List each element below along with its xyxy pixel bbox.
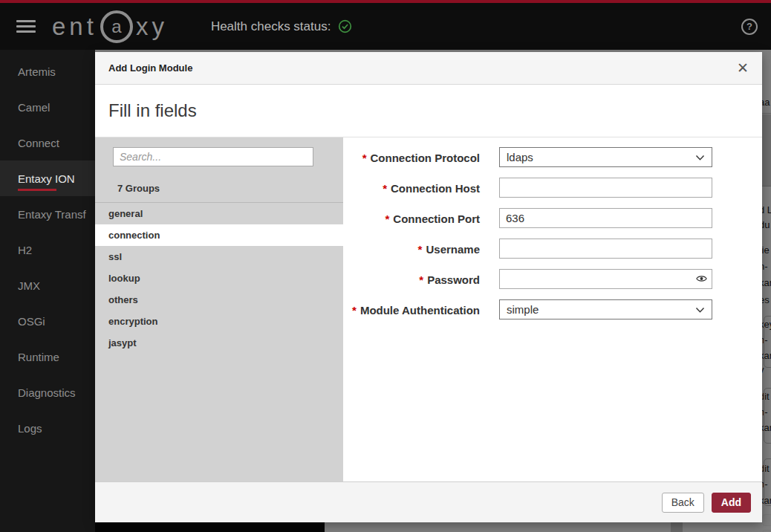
sidebar-item-label: H2 [18, 244, 32, 256]
dialog-footer: Back Add [95, 481, 762, 522]
select-value: ldaps [507, 151, 533, 163]
help-icon[interactable]: ? [741, 19, 758, 35]
chevron-down-icon [695, 303, 705, 316]
hamburger-menu-icon[interactable] [16, 17, 36, 36]
required-asterisk: * [418, 243, 423, 256]
connection-protocol-select[interactable]: ldaps [499, 147, 712, 167]
background-artifact [762, 514, 771, 526]
field-control-connection-protocol: ldaps [499, 147, 712, 167]
sidebar-item-jmx[interactable]: JMX [0, 267, 95, 303]
entaxy-logo: entaxy [52, 10, 168, 43]
background-panel-gap [671, 522, 683, 532]
select-value: simple [507, 303, 539, 316]
field-label-connection-port: *Connection Port [343, 208, 480, 228]
background-artifact [764, 458, 771, 506]
sidebar-item-label: OSGi [18, 315, 45, 328]
eye-icon[interactable] [696, 274, 707, 283]
app-header: entaxy Health checks status: ? [0, 0, 771, 50]
group-search-input[interactable] [113, 147, 313, 166]
field-label-connection-host: *Connection Host [343, 178, 480, 198]
password-input[interactable] [499, 269, 712, 289]
field-label-password: *Password [343, 269, 480, 289]
field-control-module-authentication: simple [499, 299, 712, 319]
required-asterisk: * [419, 273, 423, 286]
sidebar-item-label: Diagnostics [18, 386, 76, 399]
health-status-label: Health checks status: [211, 19, 331, 34]
dialog-body: 7 Groups generalconnectionssllookupother… [95, 137, 762, 481]
sidebar-nav: ArtemisCamelConnectEntaxy IONEntaxy Tran… [0, 50, 95, 532]
sidebar-item-runtime[interactable]: Runtime [0, 339, 95, 374]
check-circle-icon [338, 19, 352, 33]
sidebar-item-entaxy-ion[interactable]: Entaxy ION [0, 160, 95, 196]
connection-port-input[interactable] [499, 208, 712, 228]
connection-host-input[interactable] [499, 178, 712, 198]
form-row-module-authentication: *Module Authenticationsimple [343, 299, 762, 319]
groups-panel: 7 Groups generalconnectionssllookupother… [95, 137, 343, 481]
module-authentication-select[interactable]: simple [499, 299, 712, 319]
sidebar-item-entaxy-transf[interactable]: Entaxy Transf [0, 196, 95, 232]
field-control-connection-port [499, 208, 712, 228]
health-status: Health checks status: [211, 19, 353, 34]
sidebar-item-label: Artemis [18, 65, 56, 78]
field-label-username: *Username [343, 239, 480, 259]
sidebar-item-label: Logs [18, 422, 42, 435]
group-item-encryption[interactable]: encryption [95, 311, 343, 332]
sidebar-item-logs[interactable]: Logs [0, 410, 95, 446]
form-row-connection-port: *Connection Port [343, 208, 762, 228]
form-row-connection-host: *Connection Host [343, 178, 762, 198]
sidebar-item-h2[interactable]: H2 [0, 232, 95, 267]
username-input[interactable] [499, 239, 712, 259]
sidebar-item-camel[interactable]: Camel [0, 89, 95, 125]
background-artifact [764, 316, 771, 368]
group-item-lookup[interactable]: lookup [95, 267, 343, 289]
groups-count-label: 7 Groups [117, 183, 343, 194]
sidebar-item-label: JMX [18, 279, 40, 292]
background-artifact [764, 388, 771, 444]
required-asterisk: * [383, 182, 387, 195]
group-item-jasypt[interactable]: jasypt [95, 332, 343, 354]
dialog-heading: Fill in fields [108, 100, 197, 121]
required-asterisk: * [362, 152, 367, 164]
back-button[interactable]: Back [662, 493, 704, 513]
sidebar-item-label: Entaxy ION [18, 172, 75, 185]
sidebar-item-diagnostics[interactable]: Diagnostics [0, 374, 95, 410]
sidebar-item-osgi[interactable]: OSGi [0, 303, 95, 339]
required-asterisk: * [352, 304, 357, 317]
add-button[interactable]: Add [712, 493, 751, 513]
field-label-connection-protocol: *Connection Protocol [343, 147, 480, 167]
field-label-module-authentication: *Module Authentication [343, 299, 480, 319]
form-row-username: *Username [343, 239, 762, 259]
form-row-connection-protocol: *Connection Protocolldaps [343, 147, 762, 167]
required-asterisk: * [385, 213, 389, 225]
group-item-general[interactable]: general [95, 203, 343, 224]
chevron-down-icon [695, 151, 705, 163]
field-control-connection-host [499, 178, 712, 198]
logo-text-right: xy [136, 14, 168, 39]
field-control-password [499, 269, 712, 289]
dialog-heading-row: Fill in fields [95, 85, 762, 137]
group-item-ssl[interactable]: ssl [95, 246, 343, 267]
sidebar-item-label: Entaxy Transf [18, 208, 86, 221]
form-row-password: *Password [343, 269, 762, 289]
sidebar-item-artemis[interactable]: Artemis [0, 53, 95, 89]
dialog-title: Add Login Module [108, 62, 192, 74]
group-item-connection[interactable]: connection [95, 224, 343, 246]
sidebar-item-connect[interactable]: Connect [0, 125, 95, 160]
module-form: *Connection Protocolldaps*Connection Hos… [343, 137, 762, 481]
sidebar-item-label: Connect [18, 137, 59, 149]
sidebar-item-label: Runtime [18, 351, 59, 363]
dialog-titlebar: Add Login Module ✕ [95, 52, 762, 85]
sidebar-item-label: Camel [18, 101, 50, 114]
logo-circle-a: a [100, 10, 133, 43]
close-icon[interactable]: ✕ [737, 61, 749, 75]
field-control-username [499, 239, 712, 259]
add-login-module-dialog: Add Login Module ✕ Fill in fields 7 Grou… [95, 52, 762, 522]
logo-text-left: ent [52, 14, 97, 39]
group-item-others[interactable]: others [95, 289, 343, 311]
groups-list: generalconnectionssllookupothersencrypti… [95, 202, 343, 354]
background-dark-panel [95, 522, 325, 532]
